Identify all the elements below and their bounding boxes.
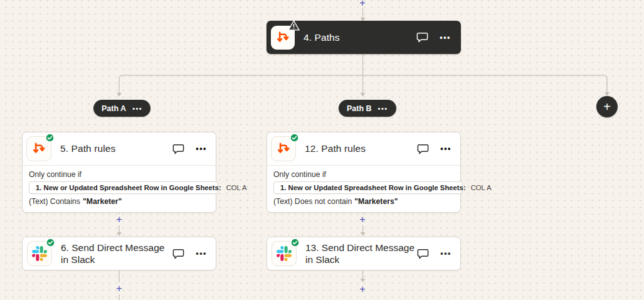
step-menu-button[interactable]: ••• xyxy=(196,144,207,153)
mapped-field-tag[interactable]: 1. New or Updated Spreadsheet Row in Goo… xyxy=(273,181,463,194)
step-title: 4. Paths xyxy=(304,32,340,43)
success-check-icon xyxy=(46,238,55,247)
rule-card-path-a[interactable]: 5. Path rules ••• Only continue if 1. Ne… xyxy=(22,132,216,213)
step-title: 5. Path rules xyxy=(60,143,115,154)
slack-app-icon xyxy=(272,241,297,266)
condition-line: (Text) Contains"Marketer" xyxy=(29,197,209,206)
action-card-slack-b[interactable]: 13. Send Direct Message in Slack ••• xyxy=(267,237,461,271)
step-title: 12. Path rules xyxy=(305,143,366,154)
condition-operator: (Text) Does not contain xyxy=(273,197,352,206)
success-check-icon xyxy=(290,133,299,142)
warning-icon xyxy=(288,20,300,31)
mapped-field-tag[interactable]: 1. New or Updated Spreadsheet Row in Goo… xyxy=(29,181,218,194)
comment-icon[interactable] xyxy=(417,144,429,154)
path-label: Path A xyxy=(102,104,126,113)
field-tag-value: COL A xyxy=(226,184,247,191)
field-tag-label: 1. New or Updated Spreadsheet Row in Goo… xyxy=(280,184,466,191)
path-label: Path B xyxy=(347,104,372,113)
add-step-button[interactable]: + xyxy=(357,284,367,294)
success-check-icon xyxy=(290,238,300,247)
condition-value: "Marketer" xyxy=(83,197,122,206)
comment-icon[interactable] xyxy=(416,32,428,43)
path-menu-button[interactable]: ••• xyxy=(132,105,142,112)
paths-app-icon xyxy=(26,136,51,161)
add-path-button[interactable]: + xyxy=(596,96,618,117)
step-menu-button[interactable]: ••• xyxy=(440,33,451,42)
slack-app-icon xyxy=(27,241,52,266)
rule-card-path-b[interactable]: 12. Path rules ••• Only continue if 1. N… xyxy=(267,132,461,213)
field-tag-value: COL A xyxy=(471,184,492,191)
add-step-button[interactable]: + xyxy=(357,0,367,8)
step-title: 13. Send Direct Message in Slack xyxy=(305,242,417,266)
add-step-button[interactable]: + xyxy=(114,284,124,294)
comment-icon[interactable] xyxy=(417,249,429,259)
path-a-pill[interactable]: Path A ••• xyxy=(93,100,150,117)
step-title: 6. Send Direct Message in Slack xyxy=(61,242,172,266)
path-menu-button[interactable]: ••• xyxy=(378,105,388,112)
add-step-button[interactable]: + xyxy=(114,215,124,225)
success-check-icon xyxy=(45,133,55,142)
field-tag-label: 1. New or Updated Spreadsheet Row in Goo… xyxy=(36,184,221,191)
paths-app-icon xyxy=(271,26,295,50)
workflow-canvas: + + + + + 4. Paths xyxy=(0,0,644,300)
paths-app-icon xyxy=(271,136,296,161)
add-step-button[interactable]: + xyxy=(357,215,367,225)
condition-intro: Only continue if xyxy=(29,170,209,179)
comment-icon[interactable] xyxy=(172,249,184,259)
step-menu-button[interactable]: ••• xyxy=(440,249,451,258)
path-b-pill[interactable]: Path B ••• xyxy=(339,100,396,117)
condition-operator: (Text) Contains xyxy=(29,197,80,206)
condition-line: (Text) Does not contain"Marketers" xyxy=(273,197,454,206)
condition-value: "Marketers" xyxy=(354,197,398,206)
action-card-slack-a[interactable]: 6. Send Direct Message in Slack ••• xyxy=(22,237,216,271)
comment-icon[interactable] xyxy=(172,144,184,154)
condition-intro: Only continue if xyxy=(273,170,454,179)
paths-step-node[interactable]: 4. Paths ••• xyxy=(267,21,461,54)
step-menu-button[interactable]: ••• xyxy=(440,144,451,153)
step-menu-button[interactable]: ••• xyxy=(196,249,207,258)
